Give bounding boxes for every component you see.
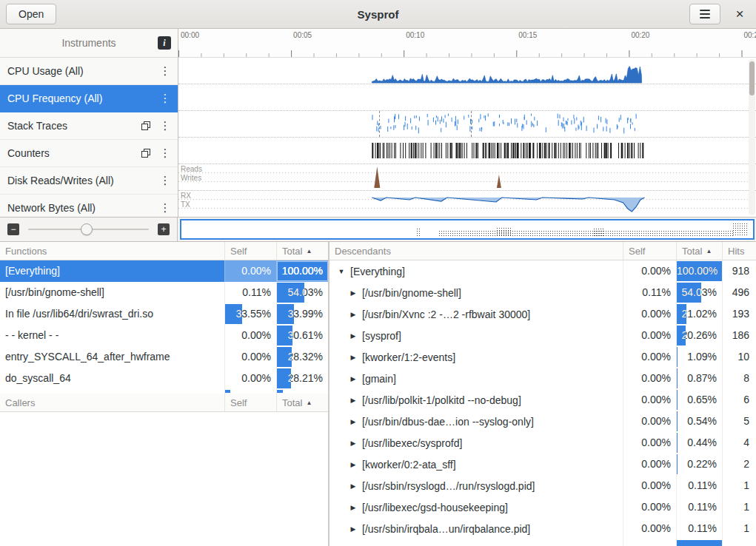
descendant-row[interactable]: ▶[/usr/libexec/sysprofd]0.00%0.00%0.44%0… xyxy=(330,432,756,454)
instrument-label: Stack Traces xyxy=(7,120,141,132)
instrument-row-counters[interactable]: Counters⋮ xyxy=(0,140,178,167)
descendants-pane: Descendants Self Total ▲ Hits ▼[Everythi… xyxy=(330,242,756,546)
callers-column-header[interactable]: Callers xyxy=(0,394,224,411)
descendant-row[interactable]: ▶[/usr/libexec/gsd-housekeeping]0.00%0.0… xyxy=(330,496,756,518)
hits-value: 10 xyxy=(722,346,756,368)
pct-value: 0.87% xyxy=(677,368,722,389)
kebab-menu-icon[interactable]: ⋮ xyxy=(157,92,173,105)
descendant-row[interactable]: ▶[/usr/bin/gnome-shell]0.11%0.11%54.03%5… xyxy=(330,282,756,303)
time-tick-label: 00:15 xyxy=(518,31,537,39)
close-button[interactable]: × xyxy=(729,4,750,24)
expander-collapsed-icon[interactable]: ▶ xyxy=(349,332,358,340)
instrument-row-stack-traces[interactable]: Stack Traces⋮ xyxy=(0,112,178,140)
kebab-menu-icon[interactable]: ⋮ xyxy=(157,119,173,132)
info-button[interactable]: i xyxy=(158,36,171,50)
zoom-out-button[interactable]: − xyxy=(7,223,19,235)
expander-collapsed-icon[interactable]: ▶ xyxy=(349,439,358,447)
expander-collapsed-icon[interactable]: ▶ xyxy=(349,289,358,297)
time-ruler[interactable]: 00:0000:0500:1000:1500:2000:25 xyxy=(178,29,756,58)
self-column-header[interactable]: Self xyxy=(224,394,276,411)
kebab-menu-icon[interactable]: ⋮ xyxy=(157,64,173,78)
track-stack-traces[interactable] xyxy=(178,111,756,138)
expander-collapsed-icon[interactable]: ▶ xyxy=(349,461,358,468)
track-counters[interactable] xyxy=(178,138,756,164)
menu-button[interactable] xyxy=(689,4,720,24)
open-button[interactable]: Open xyxy=(6,4,56,24)
hits-value: 918 xyxy=(722,260,756,282)
function-row[interactable]: - - kernel - -0.00%0.00%30.61%30.61% xyxy=(0,325,328,346)
instrument-row-disk-reads-writes-all[interactable]: Disk Reads/Writes (All)⋮ xyxy=(0,167,178,195)
function-row[interactable]: [Everything]0.00%0.00%100.00%100.00% xyxy=(0,260,328,282)
copy-icon[interactable] xyxy=(141,148,151,158)
functions-column-header[interactable]: Functions xyxy=(0,242,224,260)
descendant-row[interactable]: ▶[/usr/sbin/rsyslogd…/run/rsyslogd.pid]0… xyxy=(330,475,756,496)
function-row[interactable]: [/usr/bin/gnome-shell]0.11%0.11%54.03%54… xyxy=(0,282,328,303)
timeline-vertical-scrollbar[interactable] xyxy=(749,59,755,215)
track-cpu-frequency-all[interactable] xyxy=(178,84,756,111)
expander-expanded-icon[interactable]: ▼ xyxy=(337,268,346,275)
descendants-column-header[interactable]: Descendants xyxy=(330,242,623,260)
function-row[interactable]: do_syscall_640.00%0.00%28.21%28.21% xyxy=(0,368,328,389)
scrollbar-thumb[interactable] xyxy=(749,61,755,95)
descendant-row[interactable]: ▶[kworker/0:2-ata_sff]0.00%0.00%0.22%0.2… xyxy=(330,454,756,475)
hits-value: 4 xyxy=(722,432,756,454)
instrument-row-cpu-usage-all[interactable]: CPU Usage (All)⋮ xyxy=(0,58,178,85)
zoom-slider-handle[interactable] xyxy=(81,223,93,235)
hits-value: 8 xyxy=(722,368,756,389)
instruments-header: Instruments i xyxy=(0,29,178,58)
descendant-row[interactable]: ▶[/usr/sbin/irqbala…un/irqbalance.pid]0.… xyxy=(330,518,756,539)
timeline-overview-scrollbar[interactable] xyxy=(180,219,755,240)
total-cell: 0.87%0.87% xyxy=(676,368,722,389)
expander-collapsed-icon[interactable]: ▶ xyxy=(349,354,358,361)
kebab-menu-icon[interactable]: ⋮ xyxy=(157,174,173,187)
expander-collapsed-icon[interactable]: ▶ xyxy=(349,311,358,318)
hits-column-header[interactable]: Hits xyxy=(722,242,756,260)
descendant-row[interactable]: ▶[sysprof]0.00%0.00%20.26%20.26%186 xyxy=(330,325,756,346)
overview-dots xyxy=(416,228,421,236)
descendant-name-cell xyxy=(330,539,623,546)
expander-collapsed-icon[interactable]: ▶ xyxy=(349,525,358,533)
instrument-row-cpu-frequency-all[interactable]: CPU Frequency (All)⋮ xyxy=(0,85,178,112)
pct-value: 0.11% xyxy=(677,496,722,518)
total-cell: 1.09%1.09% xyxy=(676,346,722,368)
pct-value-overlay: 20.26% xyxy=(677,325,686,346)
total-column-header[interactable]: Total ▲ xyxy=(276,242,328,260)
descendant-row[interactable]: ▶[/usr/lib/polkit-1/polkitd --no-debug]0… xyxy=(330,389,756,411)
expander-collapsed-icon[interactable]: ▶ xyxy=(349,375,358,382)
instrument-label: Counters xyxy=(7,147,141,159)
sysprof-window: Open Sysprof × Instruments i CPU Usage (… xyxy=(0,0,756,546)
zoom-slider[interactable] xyxy=(27,223,150,235)
self-column-header[interactable]: Self xyxy=(224,242,276,260)
descendant-row[interactable]: ▶[/usr/bin/dbus-dae…ion --syslog-only]0.… xyxy=(330,411,756,432)
self-cell: 0.00%0.00% xyxy=(623,518,676,539)
expander-collapsed-icon[interactable]: ▶ xyxy=(349,482,358,490)
zoom-in-button[interactable]: + xyxy=(158,223,170,235)
instrument-row-network-bytes-all[interactable]: Network Bytes (All)⋮ xyxy=(0,195,178,218)
track-disk-reads-writes-all[interactable]: ReadsWrites xyxy=(178,164,756,191)
function-name: [/usr/bin/gnome-shell] xyxy=(0,282,224,303)
total-column-header[interactable]: Total ▲ xyxy=(676,242,722,260)
descendant-row[interactable]: ▶[/usr/bin/Xvnc :2 -…2 -rfbwait 30000]0.… xyxy=(330,303,756,325)
descendant-row[interactable]: ▶[gmain]0.00%0.00%0.87%0.87%8 xyxy=(330,368,756,389)
descendant-row-partial[interactable] xyxy=(330,539,756,546)
pct-value: 0.00% xyxy=(623,518,676,539)
descendant-row[interactable]: ▶[kworker/1:2-events]0.00%0.00%1.09%1.09… xyxy=(330,346,756,368)
expander-collapsed-icon[interactable]: ▶ xyxy=(349,418,358,425)
expander-collapsed-icon[interactable]: ▶ xyxy=(349,397,358,404)
descendants-table-header: Descendants Self Total ▲ Hits xyxy=(330,242,756,260)
total-cell: 21.02%21.02% xyxy=(676,303,722,325)
instrument-list: CPU Usage (All)⋮CPU Frequency (All)⋮Stac… xyxy=(0,58,178,218)
function-row[interactable]: In file /usr/lib64/dri/swrast_dri.so33.5… xyxy=(0,303,328,325)
function-row[interactable]: entry_SYSCALL_64_after_hwframe0.00%0.00%… xyxy=(0,346,328,368)
self-column-header[interactable]: Self xyxy=(623,242,676,260)
copy-icon[interactable] xyxy=(141,121,151,131)
track-network-bytes-all[interactable]: RXTX xyxy=(178,191,756,217)
total-column-header[interactable]: Total ▲ xyxy=(276,394,328,411)
kebab-menu-icon[interactable]: ⋮ xyxy=(157,201,173,215)
descendant-row[interactable]: ▼[Everything]0.00%0.00%100.00%100.00%918 xyxy=(330,260,756,282)
track-cpu-usage-all[interactable] xyxy=(178,58,756,84)
expander-collapsed-icon[interactable]: ▶ xyxy=(349,504,358,511)
counters-chart xyxy=(178,138,756,164)
self-cell: 0.00%0.00% xyxy=(224,260,276,282)
kebab-menu-icon[interactable]: ⋮ xyxy=(157,146,173,160)
